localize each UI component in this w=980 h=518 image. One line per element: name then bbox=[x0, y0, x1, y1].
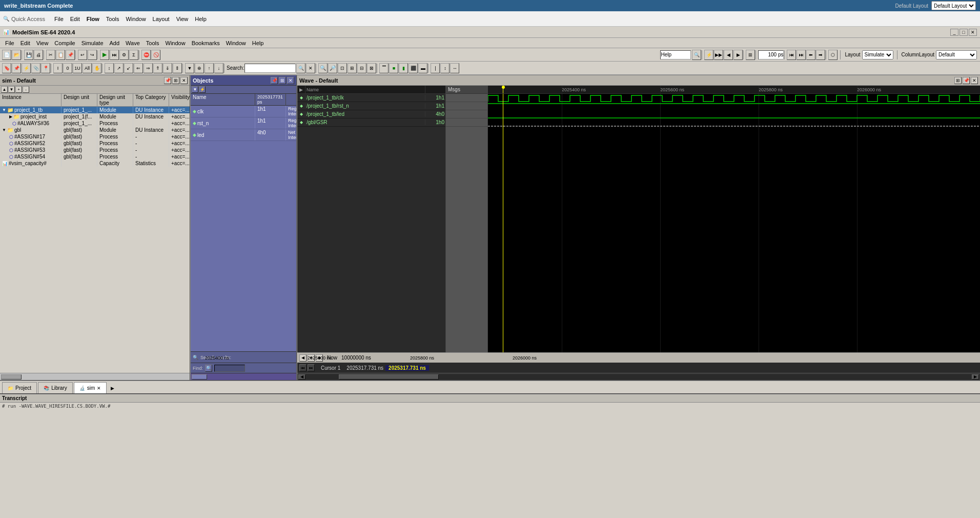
menu-view[interactable]: View bbox=[33, 39, 52, 47]
sim-table-body[interactable]: ▼ 📁 project_1_tb project_1_... Module DU… bbox=[0, 107, 190, 373]
sim-tb-up[interactable]: ▲ bbox=[1, 86, 8, 93]
qa-menu-flow[interactable]: Flow bbox=[84, 15, 103, 23]
qa-menu-window[interactable]: Window bbox=[122, 15, 149, 23]
menu-wave[interactable]: Wave bbox=[122, 39, 143, 47]
layout-select[interactable]: Default Layout bbox=[931, 1, 976, 10]
menu-window2[interactable]: Window bbox=[223, 39, 249, 47]
tb2-hand[interactable]: ✋ bbox=[92, 63, 101, 73]
wave-ctrl4[interactable]: ⬛ bbox=[409, 63, 418, 73]
zoom-fit[interactable]: ⊡ bbox=[338, 63, 347, 73]
time-input[interactable] bbox=[758, 50, 784, 59]
search-clear[interactable]: ✕ bbox=[306, 63, 315, 73]
tb2-5[interactable]: 📍 bbox=[41, 63, 50, 73]
obj-dock-btn[interactable]: ⊞ bbox=[279, 77, 286, 84]
wave-close-btn[interactable]: ✕ bbox=[971, 77, 978, 84]
tb2-9[interactable]: ↗ bbox=[114, 63, 124, 73]
zoom-cursor[interactable]: ⊠ bbox=[367, 63, 376, 73]
tb-break[interactable]: ⛔ bbox=[141, 50, 151, 60]
tb-cut[interactable]: ✂ bbox=[46, 50, 55, 60]
sim-tb-collapse[interactable]: - bbox=[23, 86, 29, 93]
tab-sim-close[interactable]: ✕ bbox=[97, 386, 101, 391]
search-go[interactable]: 🔍 bbox=[296, 63, 305, 73]
close-button[interactable]: ✕ bbox=[969, 29, 977, 36]
tb-redo[interactable]: ↪ bbox=[88, 50, 97, 60]
tb-compile[interactable]: ⚡ bbox=[704, 50, 713, 60]
sim-pin-btn[interactable]: 📌 bbox=[164, 77, 171, 84]
tb2-11[interactable]: ⇐ bbox=[134, 63, 143, 73]
wave-hscroll[interactable]: ◀ ▶ bbox=[297, 373, 980, 380]
maximize-button[interactable]: □ bbox=[959, 29, 968, 36]
wave-ctrl6[interactable]: | bbox=[431, 63, 440, 73]
tb2-8[interactable]: ↕ bbox=[105, 63, 114, 73]
tb-new[interactable]: 📄 bbox=[2, 50, 11, 60]
qa-menu-help[interactable]: Help bbox=[192, 15, 210, 23]
find-input[interactable] bbox=[214, 365, 245, 372]
tb-w3[interactable]: ⬅ bbox=[806, 50, 815, 60]
tb2-13[interactable]: ⇑ bbox=[153, 63, 162, 73]
tb2-17[interactable]: ⊕ bbox=[195, 63, 204, 73]
menu-help[interactable]: Help bbox=[249, 39, 267, 47]
tb-stop[interactable]: ⚙ bbox=[119, 50, 129, 60]
tb-step[interactable]: ⏭ bbox=[110, 50, 119, 60]
menu-compile[interactable]: Compile bbox=[51, 39, 78, 47]
zoom-in[interactable]: 🔍 bbox=[318, 63, 328, 73]
obj-pin-btn[interactable]: 📌 bbox=[271, 77, 278, 84]
search-input[interactable] bbox=[244, 64, 296, 73]
qa-menu-file[interactable]: File bbox=[51, 15, 67, 23]
tb-sigma[interactable]: Σ bbox=[129, 50, 138, 60]
minimize-button[interactable]: _ bbox=[950, 29, 958, 36]
tb-w2[interactable]: ⏭ bbox=[797, 50, 806, 60]
tb-save[interactable]: 💾 bbox=[24, 50, 33, 60]
wave-signal-row[interactable]: ◆ /project_1_tb/led 4h0 bbox=[297, 110, 445, 118]
tb-print[interactable]: 🖨 bbox=[34, 50, 43, 60]
tab-library[interactable]: 📚 Library bbox=[38, 382, 73, 393]
tabs-right-arrow[interactable]: ▶ bbox=[109, 383, 116, 393]
cursor-btn2[interactable]: ⏭ bbox=[308, 364, 315, 371]
tb2-16[interactable]: ▼ bbox=[185, 63, 194, 73]
obj-scroll-thumb[interactable] bbox=[192, 374, 207, 380]
obj-row[interactable]: ◆ clk 1h1 Regi... Intern... bbox=[191, 106, 296, 117]
wave-expand-col[interactable]: ▶ bbox=[297, 86, 305, 93]
tb2-4[interactable]: 📎 bbox=[31, 63, 40, 73]
tb-layout[interactable]: ⊞ bbox=[746, 50, 755, 60]
wave-ctrl7[interactable]: ↕ bbox=[440, 63, 450, 73]
tb-copy[interactable]: 📋 bbox=[56, 50, 65, 60]
qa-menu-edit[interactable]: Edit bbox=[67, 15, 83, 23]
sim-close-btn[interactable]: ✕ bbox=[180, 77, 188, 84]
menu-window[interactable]: Window bbox=[162, 39, 189, 47]
wave-signal-row[interactable]: ◆ /project_1_tb/clk 1h1 bbox=[297, 94, 445, 102]
table-row[interactable]: ⬡ #ASSIGN#52 gbl(fast) Process - +acc=..… bbox=[0, 140, 190, 147]
obj-tb-1[interactable]: ▼ bbox=[192, 86, 198, 93]
tb2-18[interactable]: ↑ bbox=[205, 63, 214, 73]
tb2-10[interactable]: ↙ bbox=[124, 63, 133, 73]
wave-scroll-track[interactable] bbox=[305, 374, 972, 380]
menu-edit[interactable]: Edit bbox=[17, 39, 33, 47]
table-row[interactable]: ⬡ #ALWAYS#36 project_1_... Process +acc=… bbox=[0, 120, 190, 127]
menu-add[interactable]: Add bbox=[107, 39, 123, 47]
tb-fwd[interactable]: ▶ bbox=[733, 50, 743, 60]
sim-hscroll[interactable] bbox=[0, 373, 190, 380]
tb2-2[interactable]: 📌 bbox=[12, 63, 21, 73]
find-icon-btn[interactable]: 🔍 bbox=[205, 365, 212, 372]
tb2-7[interactable]: 0 bbox=[63, 63, 72, 73]
zoom-out[interactable]: 🔎 bbox=[328, 63, 337, 73]
tab-project[interactable]: 📁 Project bbox=[2, 382, 37, 393]
cursor-btn1[interactable]: ⏮ bbox=[299, 364, 307, 371]
table-row[interactable]: ⬡ #ASSIGN#54 gbl(fast) Process - +acc=..… bbox=[0, 153, 190, 160]
tb2-19[interactable]: ↓ bbox=[214, 63, 223, 73]
sim-tb-expand[interactable]: + bbox=[15, 86, 22, 93]
obj-row[interactable]: ◆ rst_n 1h1 Regi... Intern... bbox=[191, 117, 296, 129]
table-row[interactable]: 📊 #vsim_capacity# Capacity Statistics +a… bbox=[0, 160, 190, 167]
wave-signal-row[interactable]: ◆ /project_1_tb/rst_n 1h1 bbox=[297, 102, 445, 110]
tb-undo[interactable]: ↩ bbox=[78, 50, 87, 60]
menu-bookmarks[interactable]: Bookmarks bbox=[189, 39, 223, 47]
table-row[interactable]: ▼ 📁 project_1_tb project_1_... Module DU… bbox=[0, 107, 190, 113]
help-input[interactable] bbox=[660, 50, 691, 59]
tb-w1[interactable]: ⏮ bbox=[787, 50, 796, 60]
wave-ctrl8[interactable]: ↔ bbox=[450, 63, 459, 73]
columnlayout-select[interactable]: Default bbox=[936, 50, 977, 59]
wave-scroll-thumb[interactable] bbox=[339, 374, 439, 380]
obj-close-btn[interactable]: ✕ bbox=[287, 77, 294, 84]
tb-open[interactable]: 📂 bbox=[12, 50, 21, 60]
sim-scroll-thumb[interactable] bbox=[1, 374, 22, 380]
